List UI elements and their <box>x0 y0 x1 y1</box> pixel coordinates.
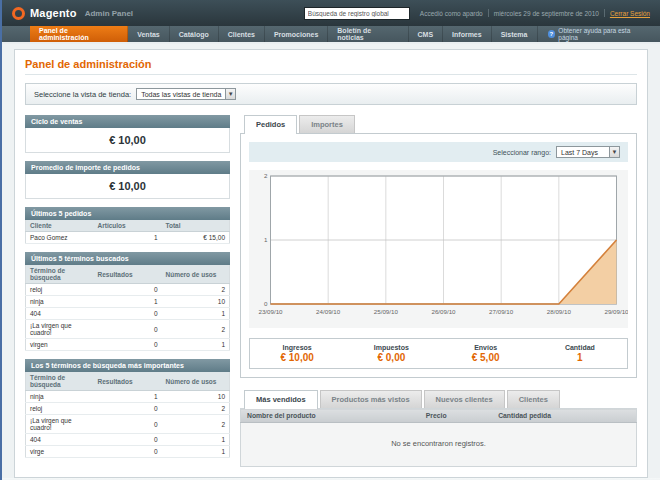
dashboard-sidebar: Ciclo de ventas € 10,00 Promedio de impo… <box>25 115 230 467</box>
top-search-terms-box: Los 5 términos de búsqueda más important… <box>25 359 230 458</box>
table-row[interactable]: ¡La virgen que cuadro!02 <box>26 415 230 434</box>
products-table: Nombre del productoPrecioCantidad pedida… <box>240 408 637 467</box>
svg-text:26/09/10: 26/09/10 <box>431 308 456 315</box>
store-view-label: Seleccione la vista de tienda: <box>34 90 131 99</box>
tab[interactable]: Más vendidos <box>244 390 318 409</box>
stat-item: Envíos € 5,00 <box>439 344 533 363</box>
help-icon: ? <box>548 30 556 38</box>
stat-value: € 5,00 <box>439 352 533 363</box>
nav-item[interactable]: Catálogo <box>170 26 219 42</box>
stat-item: Ingresos € 10,00 <box>250 344 344 363</box>
store-view-value: Todas las vistas de tienda <box>137 91 225 98</box>
stat-label: Cantidad <box>533 344 627 351</box>
range-select[interactable]: Last 7 Days ▼ <box>556 146 620 158</box>
logo-title: Magento <box>30 7 77 19</box>
stat-label: Envíos <box>439 344 533 351</box>
page-title: Panel de administración <box>25 58 637 75</box>
orders-chart: 23/09/1024/09/1025/09/1026/09/1027/09/10… <box>249 170 628 328</box>
help-link[interactable]: ? Obtener ayuda para esta página <box>538 26 660 42</box>
stat-item: Impuestos € 0,00 <box>344 344 438 363</box>
table-row[interactable]: virge01 <box>26 446 230 458</box>
nav-item[interactable]: Boletín de noticias <box>328 26 408 42</box>
table-row[interactable]: reloj02 <box>26 403 230 415</box>
stat-label: Ingresos <box>250 344 344 351</box>
svg-text:1: 1 <box>264 236 268 243</box>
tab[interactable]: Clientes <box>507 390 560 408</box>
average-orders-box: Promedio de importe de pedidos € 10,00 <box>25 161 230 199</box>
column-header: Cantidad pedida <box>492 409 636 423</box>
current-date: miércoles 29 de septiembre de 2010 <box>494 10 599 17</box>
column-header: Resultados <box>94 265 162 284</box>
table-row[interactable]: reloj02 <box>26 284 230 296</box>
logout-link[interactable]: Cerrar Sesión <box>610 10 650 17</box>
lifetime-sales-title: Ciclo de ventas <box>25 115 230 128</box>
top-search-terms-title: Los 5 términos de búsqueda más important… <box>25 359 230 372</box>
nav-item[interactable]: Sistema <box>492 26 538 42</box>
svg-text:28/09/10: 28/09/10 <box>547 308 572 315</box>
column-header: Término de búsqueda <box>26 265 94 284</box>
empty-message: No se encontraron registros. <box>241 423 637 467</box>
tab[interactable]: Nuevos clientes <box>424 390 505 408</box>
column-header: Total <box>162 220 230 232</box>
logged-in-as: Accedió como apardo <box>420 10 483 17</box>
stat-value: € 10,00 <box>250 352 344 363</box>
svg-text:24/09/10: 24/09/10 <box>316 308 341 315</box>
svg-text:0: 0 <box>264 300 268 307</box>
column-header: Número de usos <box>162 265 230 284</box>
content-card: Panel de administración Seleccione la vi… <box>14 49 648 478</box>
nav-item[interactable]: Clientes <box>219 26 265 42</box>
products-tabs: Más vendidosProductos más vistosNuevos c… <box>240 390 637 408</box>
nav-item[interactable]: Panel de administración <box>30 26 128 42</box>
table-row[interactable]: 40401 <box>26 434 230 446</box>
stat-value: € 0,00 <box>344 352 438 363</box>
nav-item[interactable]: CMS <box>409 26 444 42</box>
table-row[interactable]: Paco Gomez1€ 15,00 <box>26 232 230 244</box>
table-row[interactable]: 40401 <box>26 308 230 320</box>
tab[interactable]: Productos más vistos <box>320 390 422 408</box>
tab[interactable]: Importes <box>299 115 355 133</box>
empty-row: No se encontraron registros. <box>241 423 637 467</box>
orders-panel: Seleccionar rango: Last 7 Days ▼ 23/09/1… <box>240 133 637 378</box>
chevron-down-icon: ▼ <box>609 147 619 157</box>
global-search-input[interactable] <box>304 7 410 20</box>
column-header: Precio <box>420 409 492 423</box>
store-view-select[interactable]: Todas las vistas de tienda ▼ <box>136 88 236 100</box>
average-orders-title: Promedio de importe de pedidos <box>25 161 230 174</box>
tab[interactable]: Pedidos <box>244 115 297 134</box>
table-row[interactable]: virgen01 <box>26 339 230 351</box>
nav-item[interactable]: Ventas <box>128 26 170 42</box>
divider <box>488 9 489 17</box>
table-row[interactable]: ninja110 <box>26 296 230 308</box>
column-header: Número de usos <box>162 372 230 391</box>
column-header: Artículos <box>94 220 162 232</box>
svg-text:2: 2 <box>264 172 268 179</box>
help-link-label: Obtener ayuda para esta página <box>558 27 650 41</box>
nav-item[interactable]: Promociones <box>265 26 328 42</box>
stat-label: Impuestos <box>344 344 438 351</box>
chevron-down-icon: ▼ <box>225 89 235 99</box>
nav-item[interactable]: Informes <box>443 26 492 42</box>
last-search-terms-title: Últimos 5 términos buscados <box>25 252 230 265</box>
lifetime-sales-value: € 10,00 <box>25 128 230 153</box>
store-view-bar: Seleccione la vista de tienda: Todas las… <box>25 83 637 105</box>
orders-tabs: PedidosImportes <box>240 115 637 133</box>
average-orders-value: € 10,00 <box>25 174 230 199</box>
magento-logo-icon <box>12 7 25 20</box>
last-orders-box: Últimos 5 pedidos ClienteArtículosTotal … <box>25 207 230 244</box>
svg-text:25/09/10: 25/09/10 <box>374 308 399 315</box>
dashboard-main: PedidosImportes Seleccionar rango: Last … <box>240 115 637 467</box>
main-nav: ? Obtener ayuda para esta página Panel d… <box>2 26 660 44</box>
column-header: Cliente <box>26 220 94 232</box>
last-orders-title: Últimos 5 pedidos <box>25 207 230 220</box>
svg-text:23/09/10: 23/09/10 <box>258 308 283 315</box>
table-row[interactable]: ¡La virgen que cuadro!02 <box>26 320 230 339</box>
column-header: Término de búsqueda <box>26 372 94 391</box>
range-value: Last 7 Days <box>557 149 609 156</box>
svg-text:29/09/10: 29/09/10 <box>604 308 628 315</box>
magento-logo: Magento Admin Panel <box>12 7 133 20</box>
column-header: Nombre del producto <box>241 409 420 423</box>
stat-item: Cantidad 1 <box>533 344 627 363</box>
stat-value: 1 <box>533 352 627 363</box>
range-label: Seleccionar rango: <box>493 149 551 156</box>
table-row[interactable]: ninja110 <box>26 391 230 403</box>
